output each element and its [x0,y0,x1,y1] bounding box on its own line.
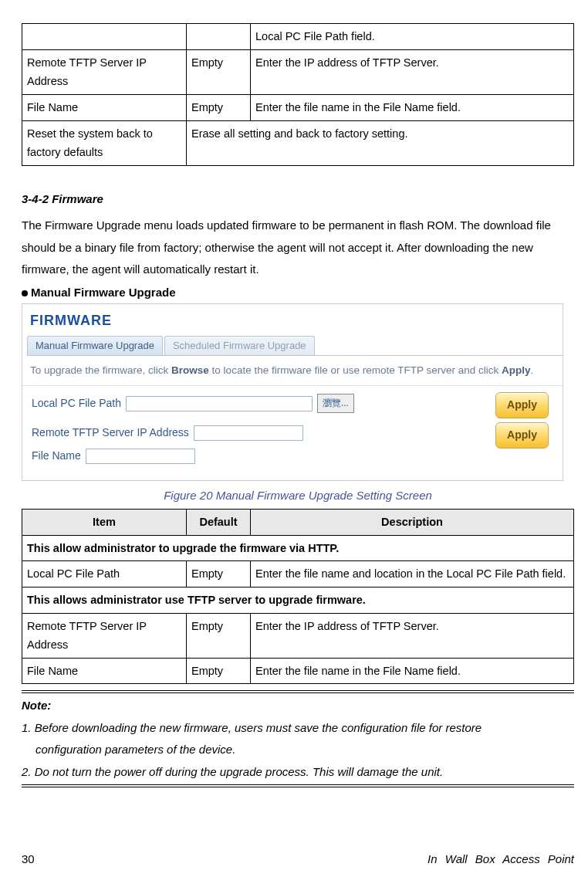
firmware-instructions: To upgrade the firmware, click Browse to… [22,356,563,387]
bullet-heading: Manual Firmware Upgrade [22,283,574,303]
bullet-text: Manual Firmware Upgrade [31,286,176,299]
table-header-row: Item Default Description [22,509,574,535]
tab-scheduled-firmware[interactable]: Scheduled Firmware Upgrade [164,336,315,355]
span-row-tftp: This allows administrator use TFTP serve… [22,587,574,613]
cell-desc: Local PC File Path field. [251,24,574,50]
table-row: This allows administrator use TFTP serve… [22,587,574,613]
file-name-input[interactable] [86,449,195,464]
firmware-title: FIRMWARE [22,304,563,333]
cell-default: Empty [187,49,251,94]
cell-default: Empty [187,561,251,587]
divider [22,784,574,785]
page-footer: 30 In Wall Box Access Point [22,849,574,869]
firmware-screenshot: FIRMWARE Manual Firmware Upgrade Schedul… [22,303,563,481]
apply-button-1[interactable]: Apply [495,392,549,418]
top-table: Local PC File Path field. Remote TFTP Se… [22,23,574,166]
table-row: Reset the system back to factory default… [22,120,574,165]
cell-desc: Enter the file name in the File Name fie… [251,658,574,684]
cell-default: Empty [187,94,251,120]
label-file-name: File Name [32,447,81,466]
label-local-path: Local PC File Path [32,394,121,413]
header-description: Description [251,509,574,535]
section-heading: 3-4-2 Firmware [22,189,574,209]
cell-desc: Enter the IP address of TFTP Server. [251,49,574,94]
table-row: File Name Empty Enter the file name in t… [22,94,574,120]
header-item: Item [22,509,187,535]
cell-desc: Enter the file name and location in the … [251,561,574,587]
cell-item: Local PC File Path [22,561,187,587]
table-row: File Name Empty Enter the file name in t… [22,658,574,684]
intro-paragraph: The Firmware Upgrade menu loads updated … [22,215,574,281]
divider [22,692,574,693]
tab-manual-firmware[interactable]: Manual Firmware Upgrade [27,336,163,355]
figure-caption: Figure 20 Manual Firmware Upgrade Settin… [22,486,574,506]
header-default: Default [187,509,251,535]
cell-item: File Name [22,94,187,120]
divider [22,690,574,691]
cell-default: Empty [187,658,251,684]
span-row-http: This allow administrator to upgrade the … [22,535,574,561]
row-tftp-ip: Remote TFTP Server IP Address Apply [32,424,553,442]
table-row: Local PC File Path field. [22,24,574,50]
cell-desc: Enter the file name in the File Name fie… [251,94,574,120]
cell-default: Empty [187,613,251,658]
note-line-1b: configuration parameters of the device. [22,739,574,761]
cell-default [187,24,251,50]
note-heading: Note: [22,695,574,717]
label-tftp-ip: Remote TFTP Server IP Address [32,424,189,442]
cell-item: Remote TFTP Server IP Address [22,613,187,658]
note-line-2: 2. Do not turn the power off during the … [22,761,574,784]
table-row: Remote TFTP Server IP Address Empty Ente… [22,49,574,94]
table-row: Local PC File Path Empty Enter the file … [22,561,574,587]
row-local-path: Local PC File Path 瀏覽... Apply [32,394,553,412]
note-block: Note: 1. Before downloading the new firm… [22,695,574,783]
tftp-ip-input[interactable] [194,425,303,441]
cell-item: Reset the system back to factory default… [22,120,187,165]
divider [22,787,574,787]
browse-button[interactable]: 瀏覽... [317,394,354,412]
note-line-1: 1. Before downloading the new firmware, … [22,717,574,740]
table-row: Remote TFTP Server IP Address Empty Ente… [22,613,574,658]
cell-item: Remote TFTP Server IP Address [22,49,187,94]
cell-item [22,24,187,50]
page-number: 30 [22,849,35,869]
firmware-form: Local PC File Path 瀏覽... Apply Remote TF… [22,386,563,480]
table-row: This allow administrator to upgrade the … [22,535,574,561]
row-file-name: File Name [32,447,553,466]
bullet-icon [22,290,28,296]
main-table: Item Default Description This allow admi… [22,509,574,684]
cell-item: File Name [22,658,187,684]
footer-title: In Wall Box Access Point [427,849,574,869]
apply-button-2[interactable]: Apply [495,422,549,449]
cell-desc: Enter the IP address of TFTP Server. [251,613,574,658]
cell-desc: Erase all setting and back to factory se… [187,120,574,165]
local-path-input[interactable] [126,396,313,411]
firmware-tabs: Manual Firmware Upgrade Scheduled Firmwa… [27,336,563,356]
